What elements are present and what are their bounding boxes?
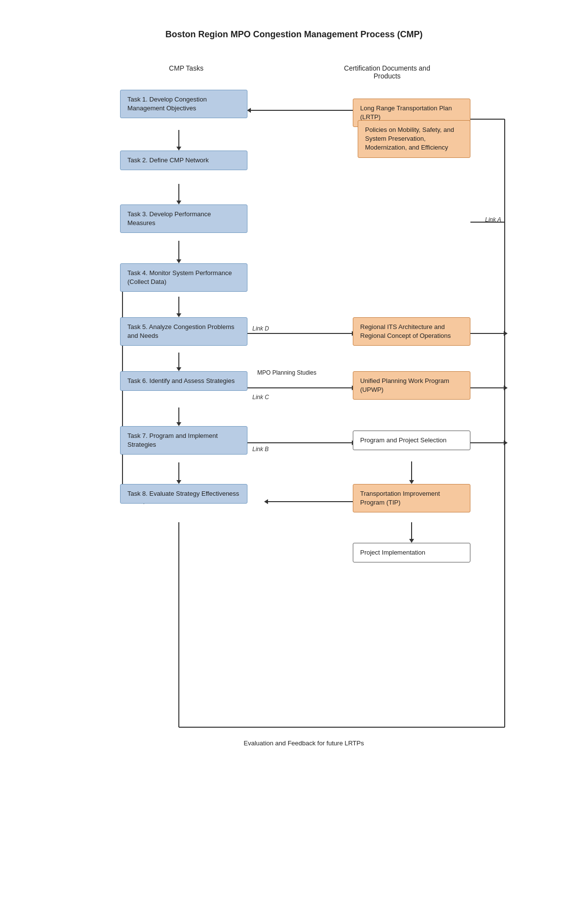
svg-marker-15	[247, 108, 251, 113]
svg-marker-22	[504, 331, 508, 336]
task6-label: Task 6. Identify and Assess Strategies	[127, 377, 235, 384]
feedback-label: Evaluation and Feedback for future LRTPs	[93, 739, 514, 747]
pi-label: Project Implementation	[360, 549, 425, 556]
task7-label: Task 7. Program and Implement Strategies	[127, 432, 218, 448]
right-column-header: Certification Documents and Products	[279, 64, 495, 80]
task6-box: Task 6. Identify and Assess Strategies	[120, 371, 247, 391]
policies-box: Policies on Mobility, Safety, and System…	[358, 120, 470, 158]
its-box: Regional ITS Architecture and Regional C…	[353, 317, 470, 346]
upwp-label: Unified Planning Work Program (UPWP)	[360, 377, 449, 393]
task1-box: Task 1. Develop Congestion Management Ob…	[120, 90, 247, 118]
link-c-label: Link C	[252, 394, 269, 401]
link-a-label: Link A	[485, 216, 501, 223]
task5-box: Task 5. Analyze Congestion Problems and …	[120, 317, 247, 346]
task1-label: Task 1. Develop Congestion Management Ob…	[127, 96, 207, 112]
task8-label: Task 8. Evaluate Strategy Effectiveness	[127, 490, 239, 497]
link-d-label: Link D	[252, 325, 269, 332]
svg-marker-7	[176, 313, 181, 317]
svg-marker-3	[176, 201, 181, 204]
svg-marker-9	[176, 367, 181, 371]
svg-marker-1	[176, 147, 181, 151]
svg-marker-34	[409, 539, 414, 543]
mpo-studies-label: MPO Planning Studies	[257, 369, 317, 377]
pi-box: Project Implementation	[353, 543, 470, 562]
task5-label: Task 5. Analyze Congestion Problems and …	[127, 323, 234, 339]
task7-box: Task 7. Program and Implement Strategies	[120, 426, 247, 455]
link-b-label: Link B	[252, 446, 269, 453]
page-title: Boston Region MPO Congestion Management …	[93, 29, 495, 40]
task3-label: Task 3. Develop Performance Measures	[127, 210, 211, 227]
svg-marker-36	[264, 499, 268, 504]
svg-marker-5	[176, 259, 181, 263]
its-label: Regional ITS Architecture and Regional C…	[360, 323, 451, 339]
svg-marker-13	[176, 480, 181, 484]
svg-marker-30	[504, 440, 508, 445]
task2-box: Task 2. Define CMP Network	[120, 151, 247, 170]
task4-label: Task 4. Monitor System Performance (Coll…	[127, 269, 232, 285]
lrtp-label: Long Range Transportation Plan (LRTP)	[360, 104, 452, 121]
pps-label: Program and Project Selection	[360, 436, 446, 444]
policies-label: Policies on Mobility, Safety, and System…	[365, 126, 454, 151]
svg-marker-11	[176, 422, 181, 426]
task4-box: Task 4. Monitor System Performance (Coll…	[120, 263, 247, 292]
pps-box: Program and Project Selection	[353, 431, 470, 450]
svg-marker-32	[409, 480, 414, 484]
left-column-header: CMP Tasks	[93, 64, 279, 80]
task8-box: Task 8. Evaluate Strategy Effectiveness	[120, 484, 247, 504]
tip-label: Transportation Improvement Program (TIP)	[360, 490, 440, 506]
task2-label: Task 2. Define CMP Network	[127, 156, 209, 164]
svg-marker-26	[504, 385, 508, 390]
upwp-box: Unified Planning Work Program (UPWP)	[353, 371, 470, 400]
task3-box: Task 3. Develop Performance Measures	[120, 204, 247, 233]
tip-box: Transportation Improvement Program (TIP)	[353, 484, 470, 512]
